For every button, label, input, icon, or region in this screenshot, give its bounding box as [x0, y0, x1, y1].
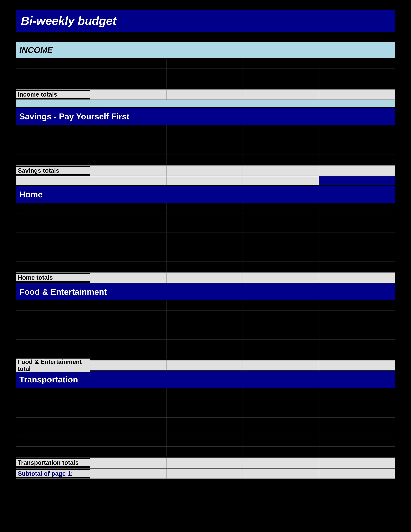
food-row-6-col2[interactable] — [167, 349, 243, 359]
savings-row-4-col1[interactable] — [90, 154, 167, 164]
savings-summary-col1[interactable] — [90, 176, 167, 185]
home-row-3-col1[interactable] — [90, 223, 167, 232]
trans-row-5-col1[interactable] — [90, 427, 167, 437]
subtotal-col3[interactable] — [243, 469, 319, 478]
food-row-4-col1[interactable] — [90, 330, 167, 339]
trans-row-6-col4[interactable] — [319, 437, 395, 446]
trans-row-2-col1[interactable] — [90, 398, 167, 408]
trans-row-5-col4[interactable] — [319, 427, 395, 437]
trans-row-5-col3[interactable] — [243, 427, 319, 437]
savings-row-1-col3[interactable] — [243, 125, 319, 135]
home-row-5-col2[interactable] — [167, 242, 243, 252]
income-row-1-col1[interactable] — [90, 59, 167, 68]
home-row-2-col1[interactable] — [90, 213, 167, 223]
savings-row-2-col1[interactable] — [90, 135, 167, 145]
home-row-4-col1[interactable] — [90, 232, 167, 242]
income-row-1-col4[interactable] — [319, 59, 395, 68]
home-totals-col1[interactable] — [90, 273, 167, 283]
trans-row-5-col2[interactable] — [167, 427, 243, 437]
food-row-1-col1[interactable] — [90, 301, 167, 310]
food-row-2-col3[interactable] — [243, 311, 319, 320]
home-row-5-col4[interactable] — [319, 242, 395, 252]
home-row-6-col2[interactable] — [167, 252, 243, 261]
savings-row-4-col3[interactable] — [243, 154, 319, 164]
trans-row-6-col3[interactable] — [243, 437, 319, 446]
savings-summary-col2[interactable] — [167, 176, 243, 185]
home-row-4-col2[interactable] — [167, 232, 243, 242]
savings-summary-col3[interactable] — [243, 176, 319, 185]
savings-row-2-col2[interactable] — [167, 135, 243, 145]
home-row-3-col4[interactable] — [319, 223, 395, 232]
savings-totals-col3[interactable] — [243, 166, 319, 176]
trans-row-1-col4[interactable] — [319, 389, 395, 398]
income-row-3-col4[interactable] — [319, 78, 395, 88]
home-row-6-col3[interactable] — [243, 252, 319, 261]
savings-summary-col4-dark[interactable] — [319, 176, 395, 185]
home-row-5-col1[interactable] — [90, 242, 167, 252]
subtotal-col4[interactable] — [319, 469, 395, 478]
trans-row-1-col2[interactable] — [167, 389, 243, 398]
trans-row-4-col2[interactable] — [167, 418, 243, 427]
food-row-6-col4[interactable] — [319, 349, 395, 359]
food-totals-col4[interactable] — [319, 361, 395, 370]
food-totals-col2[interactable] — [167, 361, 243, 370]
trans-row-4-col1[interactable] — [90, 418, 167, 427]
income-row-3-col1[interactable] — [90, 78, 167, 88]
trans-row-7-col3[interactable] — [243, 446, 319, 456]
food-row-4-col4[interactable] — [319, 330, 395, 339]
trans-row-7-col4[interactable] — [319, 446, 395, 456]
food-totals-col3[interactable] — [243, 361, 319, 370]
home-row-7-col4[interactable] — [319, 261, 395, 271]
home-row-6-col1[interactable] — [90, 252, 167, 261]
trans-row-3-col1[interactable] — [90, 408, 167, 417]
savings-row-4-col2[interactable] — [167, 154, 243, 164]
food-row-4-col3[interactable] — [243, 330, 319, 339]
home-row-2-col2[interactable] — [167, 213, 243, 223]
home-row-1-col4[interactable] — [319, 203, 395, 213]
trans-row-7-col1[interactable] — [90, 446, 167, 456]
income-totals-col1[interactable] — [90, 90, 167, 99]
food-row-6-col1[interactable] — [90, 349, 167, 359]
income-row-3-col2[interactable] — [167, 78, 243, 88]
home-totals-col4[interactable] — [319, 273, 395, 283]
income-row-1-col2[interactable] — [167, 59, 243, 68]
income-totals-col4[interactable] — [319, 90, 395, 99]
food-row-4-col2[interactable] — [167, 330, 243, 339]
home-totals-col3[interactable] — [243, 273, 319, 283]
savings-row-2-col4[interactable] — [319, 135, 395, 145]
trans-row-4-col4[interactable] — [319, 418, 395, 427]
transportation-totals-col4[interactable] — [319, 458, 395, 468]
home-row-1-col3[interactable] — [243, 203, 319, 213]
savings-row-3-col3[interactable] — [243, 145, 319, 154]
savings-row-1-col2[interactable] — [167, 125, 243, 135]
home-row-3-col2[interactable] — [167, 223, 243, 232]
home-row-4-col3[interactable] — [243, 232, 319, 242]
food-row-5-col2[interactable] — [167, 340, 243, 349]
trans-row-1-col1[interactable] — [90, 389, 167, 398]
trans-row-3-col4[interactable] — [319, 408, 395, 417]
savings-row-2-col3[interactable] — [243, 135, 319, 145]
savings-totals-col2[interactable] — [167, 166, 243, 176]
subtotal-col1[interactable] — [90, 469, 167, 478]
home-row-7-col1[interactable] — [90, 261, 167, 271]
food-row-5-col1[interactable] — [90, 340, 167, 349]
trans-row-6-col1[interactable] — [90, 437, 167, 446]
savings-row-4-col4[interactable] — [319, 154, 395, 164]
savings-row-3-col1[interactable] — [90, 145, 167, 154]
trans-row-3-col3[interactable] — [243, 408, 319, 417]
food-row-3-col4[interactable] — [319, 320, 395, 330]
home-row-1-col2[interactable] — [167, 203, 243, 213]
food-row-1-col2[interactable] — [167, 301, 243, 310]
food-row-5-col4[interactable] — [319, 340, 395, 349]
income-row-2-col4[interactable] — [319, 69, 395, 78]
transportation-totals-col2[interactable] — [167, 458, 243, 468]
food-row-2-col1[interactable] — [90, 311, 167, 320]
trans-row-2-col4[interactable] — [319, 398, 395, 408]
transportation-totals-col3[interactable] — [243, 458, 319, 468]
home-row-2-col4[interactable] — [319, 213, 395, 223]
food-row-6-col3[interactable] — [243, 349, 319, 359]
home-row-7-col3[interactable] — [243, 261, 319, 271]
food-row-3-col1[interactable] — [90, 320, 167, 330]
home-row-7-col2[interactable] — [167, 261, 243, 271]
savings-row-1-col1[interactable] — [90, 125, 167, 135]
